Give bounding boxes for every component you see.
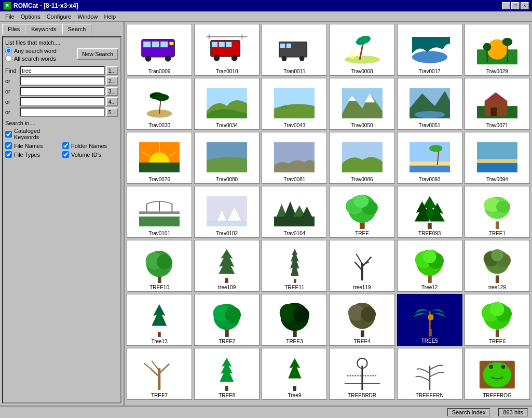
cell-label-tree5: TREE5 <box>399 338 460 344</box>
image-cell-tree1[interactable]: TREE1 <box>465 186 530 238</box>
menu-file[interactable]: File <box>2 12 18 21</box>
image-cell-tree[interactable]: TREE <box>329 186 394 238</box>
image-cell-trav0030[interactable]: Trav0030 <box>127 78 192 130</box>
status-bar: Search Index 863 hits <box>0 406 532 418</box>
image-cell-trav0086[interactable]: Trav0086 <box>329 132 394 184</box>
image-cell-tree11[interactable]: TREE11 <box>262 240 327 292</box>
find-input-5[interactable] <box>20 107 105 117</box>
cb-filenames[interactable]: File Names <box>5 142 61 149</box>
image-cell-tree4[interactable]: TREE4 <box>329 294 394 346</box>
image-cell-tree9[interactable]: Tree9 <box>262 348 327 400</box>
image-cell-trav0076[interactable]: Trav0076 <box>127 132 192 184</box>
radio-any-input[interactable] <box>5 47 12 54</box>
cb-foldernames-input[interactable] <box>62 142 69 149</box>
image-cell-tree13[interactable]: Tree13 <box>127 294 192 346</box>
image-cell-tree2[interactable]: TREE2 <box>194 294 260 346</box>
image-cell-tree12[interactable]: Tree12 <box>397 240 462 292</box>
title-controls[interactable]: _ □ × <box>502 2 529 9</box>
svg-rect-60 <box>477 163 517 173</box>
image-cell-tree3[interactable]: TREE3 <box>262 294 327 346</box>
find-input-2[interactable] <box>20 76 105 86</box>
find-input-3[interactable] <box>20 87 105 96</box>
tab-keywords[interactable]: Keywords <box>25 24 62 34</box>
close-button[interactable]: × <box>521 2 529 9</box>
svg-point-137 <box>501 365 506 369</box>
cb-filetypes-input[interactable] <box>5 151 12 158</box>
menu-window[interactable]: Window <box>74 12 101 21</box>
image-cell-tree5[interactable]: TREE5 <box>397 294 462 346</box>
cell-image-trav0050 <box>342 85 383 122</box>
find-btn-3[interactable]: 3... <box>106 87 118 96</box>
radio-all-input[interactable] <box>5 55 12 62</box>
maximize-button[interactable]: □ <box>511 2 520 9</box>
image-cell-trav0017[interactable]: Trav0017 <box>397 24 462 76</box>
cell-image-tran0009 <box>139 31 180 68</box>
image-cell-trav0094[interactable]: Trav0094 <box>465 132 530 184</box>
image-cell-tran0011[interactable]: Tran0011 <box>262 24 327 76</box>
find-btn-4[interactable]: 4... <box>106 97 118 106</box>
image-cell-treefrog[interactable]: TREEFROG <box>465 348 530 400</box>
image-cell-trav0043[interactable]: Trav0043 <box>262 78 327 130</box>
cb-filenames-input[interactable] <box>5 142 12 149</box>
cell-label-trav0104: Trav0104 <box>263 231 325 236</box>
image-cell-trav0104[interactable]: Trav0104 <box>262 186 327 238</box>
image-cell-tree129[interactable]: tree129 <box>465 240 530 292</box>
image-cell-trav0034[interactable]: Trav0034 <box>194 78 260 130</box>
image-cell-tree8[interactable]: TREE8 <box>194 348 260 400</box>
radio-all[interactable]: All search words <box>5 55 57 62</box>
image-cell-trav0101[interactable]: Trav0101 <box>127 186 192 238</box>
find-input-1[interactable] <box>20 66 105 75</box>
cell-image-tree12 <box>409 247 451 284</box>
image-cell-trav0051[interactable]: Trav0051 <box>397 78 462 130</box>
right-panel[interactable]: Tran0009Tran0010Tran0011Trav0008Trav0017… <box>125 22 532 406</box>
tab-search[interactable]: Search <box>62 24 92 34</box>
new-search-button[interactable]: New Search <box>77 48 118 60</box>
menu-configure[interactable]: Configure <box>44 12 75 21</box>
find-label-1: Find <box>5 68 20 74</box>
image-cell-trav0008[interactable]: Trav0008 <box>329 24 394 76</box>
image-cell-trav0080[interactable]: Trav0080 <box>194 132 260 184</box>
minimize-button[interactable]: _ <box>502 2 510 9</box>
cell-label-tree7: TREE7 <box>128 393 190 398</box>
image-cell-tran0010[interactable]: Tran0010 <box>194 24 260 76</box>
image-cell-trav0102[interactable]: Trav0102 <box>194 186 260 238</box>
cell-label-tree6: TREE6 <box>466 339 528 344</box>
find-input-4[interactable] <box>20 97 105 106</box>
image-cell-tree7[interactable]: TREE7 <box>127 348 192 400</box>
image-cell-treefern[interactable]: TREEFERN <box>397 348 462 400</box>
cell-image-trav0029 <box>476 31 518 68</box>
image-cell-tree119[interactable]: tree119 <box>329 240 394 292</box>
cell-image-tree3 <box>274 301 315 338</box>
image-cell-tree093[interactable]: TREE093 <box>397 186 462 238</box>
cb-cataloged[interactable]: Cataloged Keywords <box>5 128 61 140</box>
cb-volumeids-input[interactable] <box>62 151 69 158</box>
find-btn-1[interactable]: 1... <box>106 66 118 75</box>
find-btn-2[interactable]: 2... <box>106 76 118 86</box>
image-cell-trav0029[interactable]: Trav0029 <box>465 24 530 76</box>
radio-any[interactable]: Any search word <box>5 47 57 54</box>
cb-filetypes[interactable]: File Types <box>5 151 61 158</box>
image-cell-trav0071[interactable]: Trav0071 <box>465 78 530 130</box>
menu-help[interactable]: Help <box>101 12 119 21</box>
image-cell-trav0093[interactable]: Trav0093 <box>397 132 462 184</box>
image-cell-treebrdr[interactable]: TREEBRDR <box>329 348 394 400</box>
image-cell-tran0009[interactable]: Tran0009 <box>127 24 192 76</box>
image-cell-tree6[interactable]: TREE6 <box>465 294 530 346</box>
svg-point-108 <box>293 307 309 323</box>
menu-options[interactable]: Options <box>18 12 44 21</box>
image-cell-trav0050[interactable]: Trav0050 <box>329 78 394 130</box>
cell-image-tree4 <box>342 301 383 338</box>
cb-volumeids[interactable]: Volume ID's <box>62 151 118 158</box>
image-cell-trav0081[interactable]: Trav0081 <box>262 132 327 184</box>
cb-foldernames[interactable]: Folder Names <box>62 142 118 149</box>
image-cell-tree10[interactable]: TREE10 <box>127 240 192 292</box>
find-btn-5[interactable]: 5... <box>106 107 118 117</box>
svg-line-123 <box>159 364 169 373</box>
svg-rect-109 <box>361 330 364 337</box>
cb-cataloged-input[interactable] <box>5 131 12 138</box>
image-cell-tree109[interactable]: tree109 <box>194 240 260 292</box>
cell-label-trav0076: Trav0076 <box>128 177 190 182</box>
cell-label-trav0101: Trav0101 <box>128 231 190 236</box>
radio-all-label: All search words <box>14 56 56 62</box>
tab-files[interactable]: Files <box>2 24 25 34</box>
